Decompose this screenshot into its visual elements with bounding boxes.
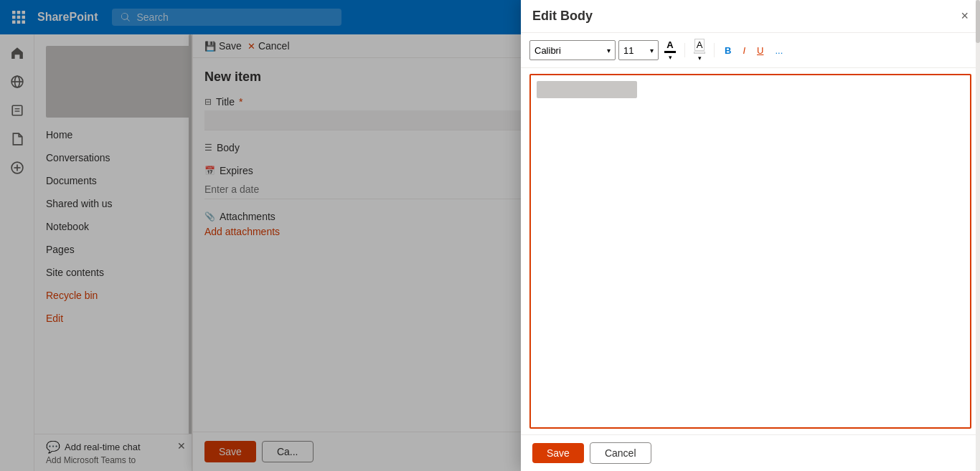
toolbar-separator-1 (684, 43, 685, 57)
font-color-swatch (664, 51, 676, 53)
dialog-title: Edit Body (532, 9, 593, 24)
highlight-color-button[interactable]: A ▾ (691, 37, 708, 63)
dialog-close-button[interactable]: × (961, 9, 969, 24)
bold-button[interactable]: B (720, 40, 735, 60)
dialog-footer: Save Cancel (521, 434, 980, 471)
dialog-scrollbar[interactable] (976, 0, 980, 471)
dialog-save-button[interactable]: Save (532, 443, 584, 463)
more-options-button[interactable]: ... (771, 40, 787, 60)
dialog-cancel-button[interactable]: Cancel (590, 442, 651, 464)
dialog-scrollbar-thumb (976, 0, 980, 43)
font-family-select[interactable]: Calibri ▾ (529, 40, 616, 60)
toolbar-separator-2 (714, 43, 715, 57)
dialog-toolbar: Calibri ▾ 11 ▾ A ▾ A ▾ B I U ... (521, 33, 980, 68)
font-color-button[interactable]: A ▾ (661, 38, 679, 62)
highlight-color-swatch (694, 52, 705, 54)
font-size-select[interactable]: 11 ▾ (618, 40, 659, 60)
italic-button[interactable]: I (738, 40, 750, 60)
edit-body-dialog: Edit Body × Calibri ▾ 11 ▾ A ▾ A ▾ B I U… (521, 0, 980, 471)
dialog-header: Edit Body × (521, 0, 980, 33)
editor-area[interactable] (529, 74, 971, 429)
editor-placeholder (537, 81, 637, 98)
underline-button[interactable]: U (753, 40, 768, 60)
